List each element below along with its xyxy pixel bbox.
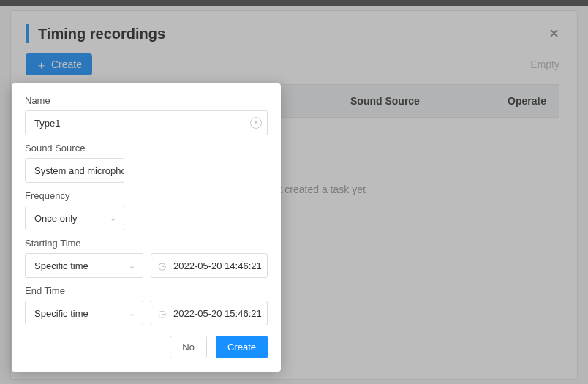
frequency-select-value: Once only <box>34 213 78 224</box>
modal-create-button[interactable]: Create <box>216 336 268 358</box>
end-datetime-picker[interactable]: ◷ 2022-05-20 15:46:21 <box>151 301 268 325</box>
end-label: End Time <box>25 285 268 296</box>
start-datetime-picker[interactable]: ◷ 2022-05-20 14:46:21 <box>151 253 268 278</box>
frequency-select[interactable]: Once only ⌄ <box>25 206 124 230</box>
field-name: Name ✕ <box>25 95 268 135</box>
frequency-label: Frequency <box>25 190 268 201</box>
start-label: Starting Time <box>25 238 268 249</box>
end-datetime-value: 2022-05-20 15:46:21 <box>173 308 262 319</box>
create-task-modal: Name ✕ Sound Source System and microphon… <box>12 83 281 372</box>
source-select[interactable]: System and microphone ⌄ <box>25 158 124 183</box>
chevron-down-icon: ⌄ <box>129 309 135 318</box>
source-select-value: System and microphone <box>34 165 124 176</box>
start-mode-select[interactable]: Specific time ⌄ <box>25 253 143 278</box>
end-row: Specific time ⌄ ◷ 2022-05-20 15:46:21 <box>25 301 268 325</box>
field-starting-time: Starting Time Specific time ⌄ ◷ 2022-05-… <box>25 238 268 278</box>
clock-icon: ◷ <box>158 308 166 319</box>
chevron-down-icon: ⌄ <box>129 261 135 271</box>
modal-actions: No Create <box>25 336 268 358</box>
end-mode-value: Specific time <box>34 308 88 319</box>
field-end-time: End Time Specific time ⌄ ◷ 2022-05-20 15… <box>25 285 268 325</box>
source-label: Sound Source <box>25 143 268 154</box>
clock-icon: ◷ <box>158 260 166 271</box>
field-frequency: Frequency Once only ⌄ <box>25 190 268 230</box>
name-input-wrap: ✕ <box>25 110 268 135</box>
end-mode-select[interactable]: Specific time ⌄ <box>25 301 143 325</box>
name-label: Name <box>25 95 268 106</box>
field-sound-source: Sound Source System and microphone ⌄ <box>25 143 268 183</box>
start-mode-value: Specific time <box>34 260 88 271</box>
clear-icon[interactable]: ✕ <box>250 117 262 129</box>
chevron-down-icon: ⌄ <box>110 214 116 223</box>
no-button[interactable]: No <box>170 336 207 358</box>
start-row: Specific time ⌄ ◷ 2022-05-20 14:46:21 <box>25 253 268 278</box>
name-input[interactable] <box>25 110 268 135</box>
start-datetime-value: 2022-05-20 14:46:21 <box>173 260 262 271</box>
